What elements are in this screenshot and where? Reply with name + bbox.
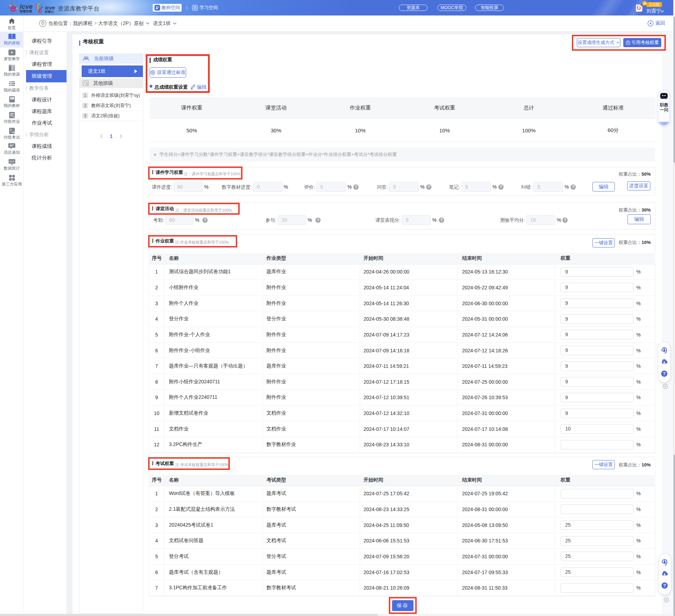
svg-text:?: ? <box>663 371 666 376</box>
svg-text:100: 100 <box>12 131 15 133</box>
svg-text:?: ? <box>663 583 666 588</box>
